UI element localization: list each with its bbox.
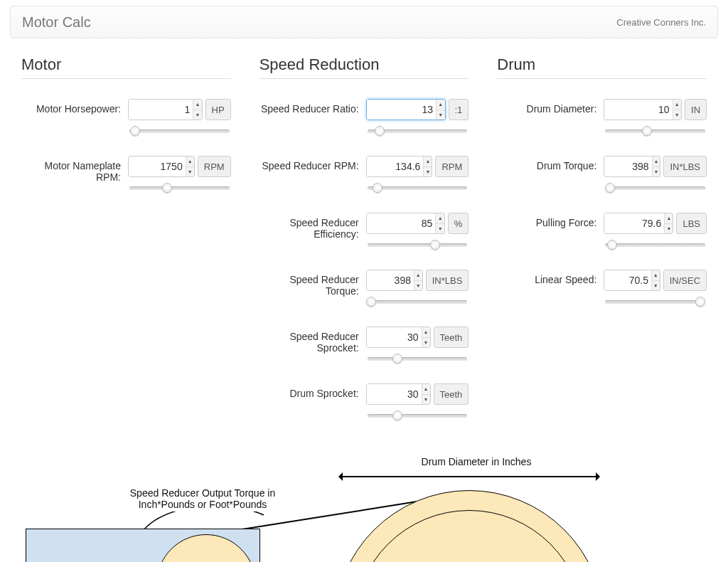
number-input-wrap-speed.ratio: ▲ ▼	[366, 99, 446, 120]
step-down-icon[interactable]: ▼	[193, 110, 201, 120]
field-drum.force: Pulling Force: ▲ ▼ LBS	[497, 213, 707, 250]
slider-rail	[368, 414, 468, 418]
unit-badge-drum.speed: IN/SEC	[663, 270, 707, 291]
step-up-icon[interactable]: ▲	[193, 100, 201, 110]
step-down-icon[interactable]: ▼	[186, 167, 194, 177]
field-label-speed.sspr: Speed Reducer Sprocket:	[259, 327, 366, 354]
number-input-wrap-speed.dspr: ▲ ▼	[366, 383, 431, 405]
section-heading: Speed Reduction	[259, 55, 469, 79]
step-down-icon[interactable]: ▼	[665, 224, 673, 234]
step-up-icon[interactable]: ▲	[422, 327, 430, 338]
slider-speed.rpm[interactable]	[368, 183, 468, 193]
slider-speed.sspr[interactable]	[368, 354, 468, 364]
number-input-drum.dia[interactable]	[604, 100, 672, 120]
slider-thumb[interactable]	[392, 410, 402, 420]
slider-drum.torque[interactable]	[605, 183, 705, 193]
number-input-speed.torque[interactable]	[367, 270, 414, 290]
slider-drum.force[interactable]	[605, 240, 705, 250]
field-motor.rpm: Motor Nameplate RPM: ▲ ▼ RPM	[21, 156, 231, 193]
unit-badge-speed.dspr: Teeth	[434, 383, 469, 405]
step-down-icon[interactable]: ▼	[653, 167, 660, 177]
field-drum.torque: Drum Torque: ▲ ▼ IN*LBS	[497, 156, 707, 193]
step-down-icon[interactable]: ▼	[422, 338, 430, 348]
field-speed.rpm: Speed Reducer RPM: ▲ ▼ RPM	[259, 156, 469, 193]
number-input-speed.ratio[interactable]	[367, 100, 436, 120]
unit-badge-drum.force: LBS	[676, 213, 707, 234]
number-stepper-speed.eff[interactable]: ▲ ▼	[435, 213, 444, 233]
slider-thumb[interactable]	[605, 183, 615, 193]
number-input-wrap-speed.rpm: ▲ ▼	[366, 156, 433, 177]
step-up-icon[interactable]: ▲	[652, 270, 660, 281]
slider-rail	[368, 243, 468, 247]
step-up-icon[interactable]: ▲	[673, 100, 681, 110]
slider-drum.speed[interactable]	[605, 297, 705, 307]
number-input-speed.eff[interactable]	[367, 213, 436, 233]
number-input-motor.hp[interactable]	[129, 100, 193, 120]
slider-thumb[interactable]	[392, 354, 402, 364]
step-up-icon[interactable]: ▲	[653, 157, 660, 167]
field-label-drum.force: Pulling Force:	[497, 213, 604, 228]
unit-badge-speed.rpm: RPM	[435, 156, 469, 177]
number-stepper-drum.dia[interactable]: ▲ ▼	[673, 100, 681, 120]
number-input-speed.dspr[interactable]	[367, 384, 422, 404]
app-header: Motor Calc Creative Conners Inc.	[10, 6, 718, 38]
number-input-drum.force[interactable]	[604, 213, 664, 233]
step-down-icon[interactable]: ▼	[673, 110, 681, 120]
step-down-icon[interactable]: ▼	[436, 224, 444, 234]
number-stepper-speed.dspr[interactable]: ▲ ▼	[422, 384, 430, 404]
number-stepper-drum.speed[interactable]: ▲ ▼	[651, 270, 660, 290]
step-down-icon[interactable]: ▼	[422, 395, 430, 405]
step-up-icon[interactable]: ▲	[437, 100, 444, 110]
field-label-motor.rpm: Motor Nameplate RPM:	[21, 156, 128, 183]
field-label-speed.torque: Speed Reducer Torque:	[259, 270, 366, 297]
step-up-icon[interactable]: ▲	[436, 213, 444, 224]
field-drum.speed: Linear Speed: ▲ ▼ IN/SEC	[497, 270, 707, 307]
slider-rail	[129, 129, 230, 133]
slider-thumb[interactable]	[373, 183, 382, 193]
slider-speed.torque[interactable]	[368, 297, 468, 307]
field-label-drum.torque: Drum Torque:	[497, 156, 604, 171]
slider-speed.eff[interactable]	[368, 240, 468, 250]
number-stepper-speed.sspr[interactable]: ▲ ▼	[422, 327, 430, 347]
step-up-icon[interactable]: ▲	[665, 213, 673, 224]
number-input-motor.rpm[interactable]	[129, 157, 186, 176]
slider-thumb[interactable]	[430, 240, 440, 250]
slider-thumb[interactable]	[130, 126, 140, 136]
number-input-drum.torque[interactable]	[604, 157, 651, 176]
number-stepper-speed.rpm[interactable]: ▲ ▼	[423, 157, 432, 176]
step-up-icon[interactable]: ▲	[422, 384, 430, 395]
number-input-speed.rpm[interactable]	[367, 157, 424, 176]
number-stepper-motor.rpm[interactable]: ▲ ▼	[186, 157, 194, 176]
field-label-speed.dspr: Drum Sprocket:	[259, 383, 366, 399]
field-speed.sspr: Speed Reducer Sprocket: ▲ ▼ Teeth	[259, 327, 469, 364]
slider-thumb[interactable]	[695, 297, 705, 307]
step-down-icon[interactable]: ▼	[652, 281, 660, 291]
slider-speed.ratio[interactable]	[368, 126, 468, 136]
step-down-icon[interactable]: ▼	[424, 167, 432, 177]
slider-thumb[interactable]	[162, 183, 172, 193]
step-up-icon[interactable]: ▲	[414, 270, 422, 281]
field-label-drum.speed: Linear Speed:	[497, 270, 604, 285]
slider-thumb[interactable]	[375, 126, 385, 136]
slider-motor.rpm[interactable]	[129, 183, 230, 193]
number-stepper-speed.ratio[interactable]: ▲ ▼	[436, 100, 444, 120]
slider-thumb[interactable]	[642, 126, 652, 136]
slider-motor.hp[interactable]	[129, 126, 230, 136]
number-input-wrap-speed.eff: ▲ ▼	[366, 213, 445, 234]
step-up-icon[interactable]: ▲	[186, 157, 194, 167]
slider-drum.dia[interactable]	[605, 126, 705, 136]
number-stepper-drum.torque[interactable]: ▲ ▼	[652, 157, 660, 176]
slider-speed.dspr[interactable]	[368, 410, 468, 420]
step-down-icon[interactable]: ▼	[414, 281, 422, 291]
slider-rail	[368, 300, 468, 304]
slider-thumb[interactable]	[607, 240, 617, 250]
slider-thumb[interactable]	[366, 297, 376, 307]
number-stepper-motor.hp[interactable]: ▲ ▼	[193, 100, 201, 120]
number-stepper-speed.torque[interactable]: ▲ ▼	[414, 270, 422, 290]
number-input-speed.sspr[interactable]	[367, 327, 422, 347]
step-down-icon[interactable]: ▼	[437, 110, 444, 120]
number-stepper-drum.force[interactable]: ▲ ▼	[664, 213, 673, 233]
unit-badge-motor.hp: HP	[205, 99, 231, 120]
step-up-icon[interactable]: ▲	[424, 157, 432, 167]
number-input-drum.speed[interactable]	[604, 270, 651, 290]
